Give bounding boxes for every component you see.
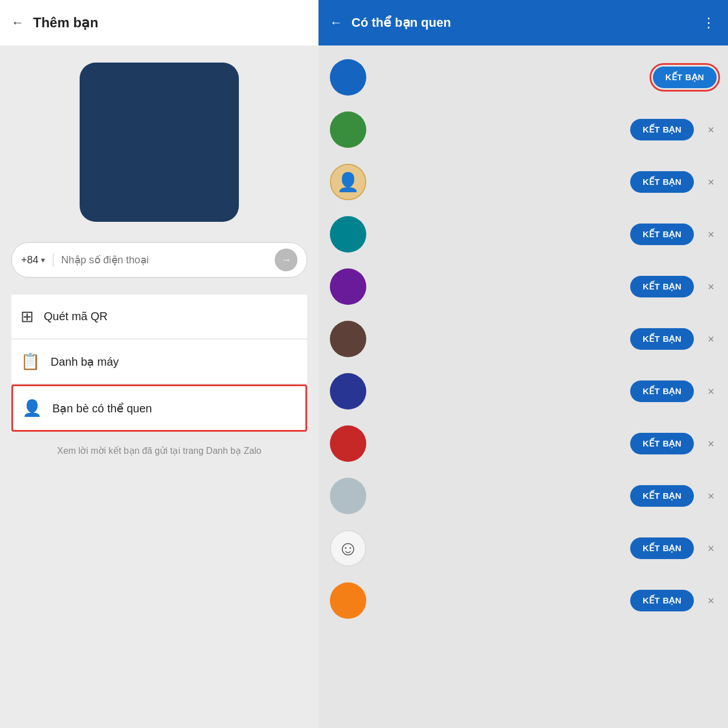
ket-ban-button-11[interactable]: KẾT BẠN xyxy=(630,590,694,611)
menu-item-contacts-label: Danh bạ máy xyxy=(51,355,119,369)
friend-row: ☺ KẾT BẠN × xyxy=(318,522,728,574)
dismiss-button-4[interactable]: × xyxy=(705,228,717,241)
friend-row: KẾT BẠN × xyxy=(318,208,728,260)
friends-list: KẾT BẠN KẾT BẠN × 👤 KẾT BẠN × KẾT BẠN × xyxy=(318,46,728,728)
contacts-icon: 📋 xyxy=(20,352,40,371)
dismiss-button-3[interactable]: × xyxy=(705,176,717,189)
arrow-right-icon: → xyxy=(281,254,291,266)
avatar xyxy=(330,268,366,305)
more-options-icon[interactable]: ⋮ xyxy=(702,15,717,31)
avatar xyxy=(330,216,366,253)
dismiss-button-7[interactable]: × xyxy=(705,385,717,398)
dismiss-button-8[interactable]: × xyxy=(705,437,717,450)
avatar: 👤 xyxy=(330,164,366,200)
friend-row: KẾT BẠN × xyxy=(318,313,728,365)
avatar-placeholder xyxy=(80,63,239,222)
friend-row: 👤 KẾT BẠN × xyxy=(318,156,728,208)
dismiss-button-10[interactable]: × xyxy=(705,542,717,555)
ket-ban-button-4[interactable]: KẾT BẠN xyxy=(630,224,694,245)
ket-ban-button-8[interactable]: KẾT BẠN xyxy=(630,433,694,454)
avatar xyxy=(330,111,366,148)
dismiss-button-5[interactable]: × xyxy=(705,280,717,293)
avatar xyxy=(330,478,366,514)
menu-item-qr-label: Quét mã QR xyxy=(44,310,107,323)
ket-ban-button-7[interactable]: KẾT BẠN xyxy=(630,380,694,402)
dismiss-button-9[interactable]: × xyxy=(705,490,717,503)
avatar xyxy=(330,425,366,462)
ket-ban-button-1[interactable]: KẾT BẠN xyxy=(653,67,717,88)
ket-ban-button-9[interactable]: KẾT BẠN xyxy=(630,485,694,507)
ket-ban-button-3[interactable]: KẾT BẠN xyxy=(630,171,694,193)
left-content: +84 ▾ → ⊞ Quét mã QR 📋 Danh bạ máy 👤 Bạn… xyxy=(0,46,318,728)
footer-text: Xem lời mời kết bạn đã gửi tại trang Dan… xyxy=(11,433,307,469)
left-title: Thêm bạn xyxy=(33,15,98,31)
friend-row: KẾT BẠN × xyxy=(318,104,728,156)
country-code-selector[interactable]: +84 ▾ xyxy=(21,254,45,266)
friend-row: KẾT BẠN × xyxy=(318,470,728,522)
friend-row: KẾT BẠN xyxy=(318,51,728,104)
avatar xyxy=(330,59,366,96)
avatar xyxy=(330,373,366,410)
dismiss-button-6[interactable]: × xyxy=(705,333,717,346)
friend-row: KẾT BẠN × xyxy=(318,365,728,417)
right-title: Có thể bạn quen xyxy=(351,15,693,30)
country-code-label: +84 xyxy=(21,254,39,266)
dismiss-button-2[interactable]: × xyxy=(705,123,717,136)
right-back-button[interactable]: ← xyxy=(330,15,342,30)
friend-row: KẾT BẠN × xyxy=(318,417,728,470)
avatar xyxy=(330,321,366,357)
ket-ban-button-5[interactable]: KẾT BẠN xyxy=(630,276,694,297)
divider xyxy=(53,253,53,267)
phone-number-input[interactable] xyxy=(61,254,270,266)
phone-submit-button[interactable]: → xyxy=(275,249,297,271)
right-panel: ← Có thể bạn quen ⋮ KẾT BẠN KẾT BẠN × 👤 … xyxy=(318,0,728,728)
qr-code-icon: ⊞ xyxy=(20,307,34,326)
left-panel: ← Thêm bạn +84 ▾ → ⊞ Quét mã QR 📋 Danh b… xyxy=(0,0,318,728)
ket-ban-button-10[interactable]: KẾT BẠN xyxy=(630,537,694,559)
ket-ban-button-2[interactable]: KẾT BẠN xyxy=(630,119,694,140)
friend-row: KẾT BẠN × xyxy=(318,574,728,627)
avatar: ☺ xyxy=(330,530,366,566)
dismiss-button-11[interactable]: × xyxy=(705,594,717,607)
menu-item-contacts[interactable]: 📋 Danh bạ máy xyxy=(11,340,307,383)
friend-row: KẾT BẠN × xyxy=(318,260,728,313)
left-header: ← Thêm bạn xyxy=(0,0,318,46)
menu-item-friends-label: Bạn bè có thể quen xyxy=(52,402,152,415)
right-header: ← Có thể bạn quen ⋮ xyxy=(318,0,728,46)
ket-ban-button-6[interactable]: KẾT BẠN xyxy=(630,328,694,350)
phone-input-row: +84 ▾ → xyxy=(11,242,307,278)
chevron-down-icon: ▾ xyxy=(41,255,45,264)
avatar xyxy=(330,582,366,619)
menu-item-qr[interactable]: ⊞ Quét mã QR xyxy=(11,295,307,338)
left-back-button[interactable]: ← xyxy=(11,15,24,30)
menu-item-friends[interactable]: 👤 Bạn bè có thể quen xyxy=(11,384,307,432)
friends-icon: 👤 xyxy=(22,399,42,417)
